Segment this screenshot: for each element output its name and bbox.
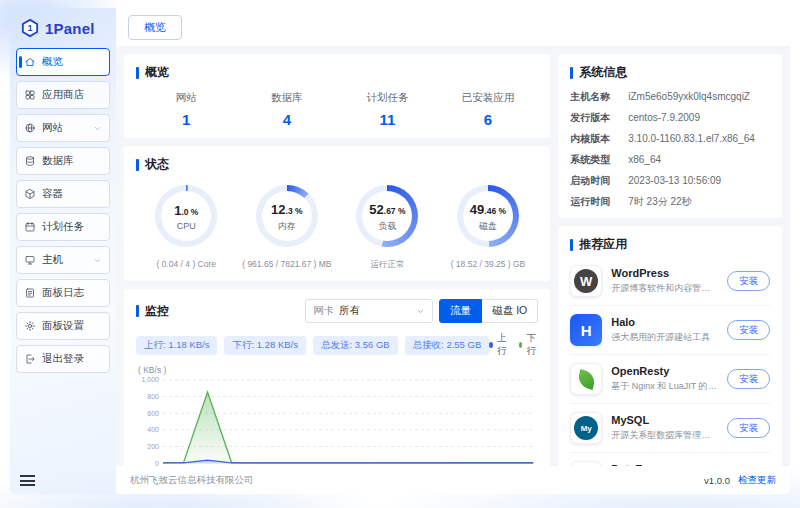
system-info-row: 启动时间 2023-03-13 10:56:09 [570, 175, 770, 187]
system-info-value: 3.10.0-1160.83.1.el7.x86_64 [628, 133, 755, 145]
brand-name: 1Panel [45, 20, 95, 37]
sidebar: 1 1Panel 概览应用商店网站数据库容器计划任务主机面板日志面板设置退出登录 [10, 8, 116, 494]
legend-item-上行[interactable]: 上行 [489, 332, 509, 358]
sidebar-item-cronjob[interactable]: 计划任务 [16, 213, 110, 241]
traffic-button[interactable]: 流量 [439, 299, 482, 323]
main-column: 概览 网站 1数据库 4计划任务 11已安装应用 6 状态 1.0 % CPU … [124, 54, 550, 458]
stat-value[interactable]: 4 [237, 111, 338, 128]
home-icon [24, 56, 36, 68]
content-area: 概览 网站 1数据库 4计划任务 11已安装应用 6 状态 1.0 % CPU … [116, 46, 790, 466]
openresty-icon [570, 363, 602, 395]
stat-value[interactable]: 1 [136, 111, 237, 128]
version-label: v1.0.0 [704, 475, 730, 486]
company-name: 杭州飞致云信息科技有限公司 [130, 474, 254, 487]
y-axis-unit: ( KB/s ) [138, 365, 538, 375]
overview-card: 概览 网站 1数据库 4计划任务 11已安装应用 6 [124, 54, 550, 138]
legend-dot [519, 342, 523, 348]
stat-value[interactable]: 11 [337, 111, 438, 128]
donut-ring: 12.3 % 内存 [256, 185, 318, 247]
sidebar-item-host[interactable]: 主机 [16, 246, 110, 274]
donut-ring: 1.0 % CPU [155, 185, 217, 247]
sidebar-item-label: 面板日志 [42, 286, 84, 300]
sidebar-item-label: 面板设置 [42, 319, 84, 333]
chevron-down-icon [416, 307, 425, 316]
sidebar-item-appstore[interactable]: 应用商店 [16, 81, 110, 109]
sidebar-item-label: 计划任务 [42, 220, 84, 234]
network-card-select[interactable]: 网卡 所有 [305, 299, 433, 323]
wordpress-icon: W [570, 265, 602, 297]
disk-io-button[interactable]: 磁盘 IO [482, 299, 538, 323]
sidebar-item-label: 退出登录 [42, 352, 84, 366]
chevron-down-icon [93, 124, 102, 133]
app-row-halo: H Halo 强大易用的开源建站工具 安装 [570, 306, 770, 355]
sidebar-item-panel-settings[interactable]: 面板设置 [16, 312, 110, 340]
monitor-card-title: 监控 [136, 303, 169, 320]
install-button[interactable]: 安装 [727, 418, 770, 438]
monitor-mode-buttons: 流量 磁盘 IO [439, 299, 538, 323]
sidebar-item-database[interactable]: 数据库 [16, 147, 110, 175]
install-button[interactable]: 安装 [727, 369, 770, 389]
stat-label: 数据库 [237, 91, 338, 105]
recommended-apps-title: 推荐应用 [570, 236, 770, 253]
gauge-caption: ( 18.52 / 39.25 ) GB [451, 259, 526, 269]
check-update-link[interactable]: 检查更新 [738, 474, 776, 487]
system-info-value: 2023-03-13 10:56:09 [628, 175, 721, 187]
sidebar-item-website[interactable]: 网站 [16, 114, 110, 142]
svg-text:200: 200 [147, 443, 159, 450]
traffic-chart-wrap: 02004006008001,00018:18:3418:18:4018:18:… [136, 375, 538, 466]
monitor-header: 监控 网卡 所有 流量 磁盘 IO [136, 299, 538, 323]
gauge-CPU: 1.0 % CPU ( 0.04 / 4 ) Core [136, 185, 237, 271]
container-icon [24, 188, 36, 200]
app-description: 强大易用的开源建站工具 [611, 331, 710, 344]
tab-overview[interactable]: 概览 [128, 15, 182, 40]
system-info-label: 内核版本 [570, 133, 628, 145]
tab-bar: 概览 [116, 8, 790, 46]
app-description: 开源关系型数据库管理系统 [611, 429, 718, 442]
collapse-sidebar-icon[interactable] [20, 475, 35, 486]
sidebar-item-label: 应用商店 [42, 88, 84, 102]
donut-text: 1.0 % CPU [155, 185, 217, 247]
system-info-value: centos-7.9.2009 [628, 112, 700, 124]
system-info-row: 发行版本 centos-7.9.2009 [570, 112, 770, 124]
svg-text:1,000: 1,000 [141, 377, 159, 384]
gauge-value: 52 [369, 202, 383, 217]
app-description: 基于 Nginx 和 LuaJIT 的高性能 Web 平台 [611, 380, 718, 393]
app-description: 开源博客软件和内容管理系统 [611, 282, 718, 295]
select-value: 所有 [339, 304, 360, 318]
system-info-row: 运行时间 7时 23分 22秒 [570, 196, 770, 208]
app-row-openresty: OpenResty 基于 Nginx 和 LuaJIT 的高性能 Web 平台 … [570, 355, 770, 404]
host-icon [24, 254, 36, 266]
traffic-badge: 下行: 1.28 KB/s [224, 336, 305, 355]
traffic-chart: 02004006008001,00018:18:3418:18:4018:18:… [136, 375, 538, 466]
sidebar-item-label: 主机 [42, 253, 63, 267]
select-prefix-label: 网卡 [313, 304, 334, 318]
svg-text:400: 400 [147, 426, 159, 433]
legend-item-下行[interactable]: 下行 [519, 332, 539, 358]
sidebar-item-container[interactable]: 容器 [16, 180, 110, 208]
stat-value[interactable]: 6 [438, 111, 539, 128]
gauge-label: 负载 [378, 220, 396, 233]
legend-dot [489, 342, 493, 348]
system-info-label: 运行时间 [570, 196, 628, 208]
sidebar-menu: 概览应用商店网站数据库容器计划任务主机面板日志面板设置退出登录 [16, 48, 110, 373]
app-name: MySQL [611, 414, 718, 426]
sidebar-item-label: 容器 [42, 187, 63, 201]
gauge-负载: 52.67 % 负载 运行正常 [337, 185, 438, 271]
install-button[interactable]: 安装 [727, 271, 770, 291]
app-row-wordpress: W WordPress 开源博客软件和内容管理系统 安装 [570, 257, 770, 306]
app-name: Halo [611, 316, 710, 328]
brand-logo[interactable]: 1 1Panel [16, 16, 110, 48]
traffic-badges: 上行: 1.18 KB/s下行: 1.28 KB/s总发送: 3.56 GB总接… [136, 336, 489, 355]
monitor-controls: 网卡 所有 流量 磁盘 IO [305, 299, 538, 323]
stat-item: 数据库 4 [237, 91, 338, 128]
gear-icon [24, 320, 36, 332]
sidebar-item-overview[interactable]: 概览 [16, 48, 110, 76]
app-list: W WordPress 开源博客软件和内容管理系统 安装H Halo 强大易用的… [570, 257, 770, 466]
app-window: 1 1Panel 概览应用商店网站数据库容器计划任务主机面板日志面板设置退出登录… [10, 8, 790, 494]
install-button[interactable]: 安装 [727, 320, 770, 340]
sidebar-item-panel-log[interactable]: 面板日志 [16, 279, 110, 307]
main-area: 概览 概览 网站 1数据库 4计划任务 11已安装应用 6 状态 [116, 8, 790, 494]
traffic-badge: 上行: 1.18 KB/s [136, 336, 217, 355]
sidebar-item-label: 数据库 [42, 154, 74, 168]
sidebar-item-logout[interactable]: 退出登录 [16, 345, 110, 373]
